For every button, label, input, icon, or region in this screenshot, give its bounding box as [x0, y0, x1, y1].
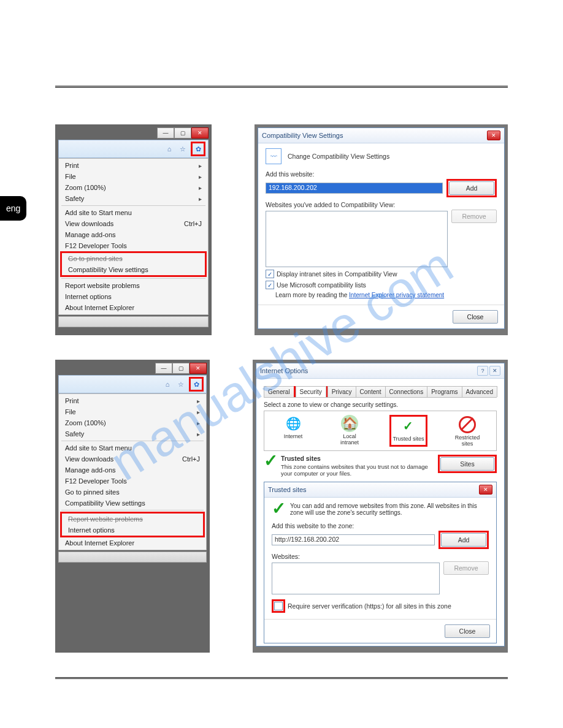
ie-tools-menu-screenshot-1: — ▢ ✕ ⌂ ☆ ✿ Print▸ File▸ Zoom (100%)▸ Sa…	[55, 124, 212, 335]
menu-print[interactable]: Print▸	[59, 395, 206, 406]
zone-local-intranet[interactable]: 🏠 Local intranet	[333, 415, 366, 447]
menu-compat-view-settings[interactable]: Compatibility View settings	[62, 264, 205, 275]
menu-report-problems[interactable]: Report website problems	[62, 514, 203, 525]
sites-button[interactable]: Sites	[440, 457, 494, 471]
window-restore-button[interactable]: ▢	[172, 363, 190, 374]
menu-add-site-start[interactable]: Add site to Start menu	[59, 207, 208, 218]
menu-about-ie[interactable]: About Internet Explorer	[59, 537, 206, 548]
gear-icon[interactable]: ✿	[193, 143, 204, 154]
figure-row-1: — ▢ ✕ ⌂ ☆ ✿ Print▸ File▸ Zoom (100%)▸ Sa…	[55, 124, 508, 335]
remove-button: Remove	[443, 561, 489, 575]
close-button[interactable]: Close	[453, 310, 498, 324]
close-button[interactable]: Close	[445, 624, 490, 638]
menu-file[interactable]: File▸	[59, 406, 206, 417]
add-button[interactable]: Add	[449, 181, 494, 195]
tabs-row: General Security Privacy Content Connect…	[264, 386, 497, 398]
home-icon[interactable]: ⌂	[164, 143, 175, 154]
menu-f12-devtools[interactable]: F12 Developer Tools	[59, 240, 208, 251]
menu-safety[interactable]: Safety▸	[59, 428, 206, 439]
menu-separator	[61, 510, 204, 510]
dialog-help-button[interactable]: ?	[477, 366, 488, 376]
menu-f12-devtools[interactable]: F12 Developer Tools	[59, 476, 206, 487]
highlight-compat-view: Go to pinned sites Compatibility View se…	[60, 251, 207, 277]
menu-internet-options[interactable]: Internet options	[62, 525, 203, 536]
use-ms-lists-label: Use Microsoft compatibility lists	[277, 281, 366, 289]
tab-general[interactable]: General	[264, 386, 294, 397]
chevron-right-icon: ▸	[197, 431, 200, 438]
highlight-add-button: Add	[439, 531, 489, 549]
add-to-zone-input[interactable]: http://192.168.200.202	[272, 534, 435, 545]
compat-list[interactable]	[266, 211, 448, 267]
menu-go-pinned-sites[interactable]: Go to pinned sites	[62, 253, 205, 264]
trusted-sites-dialog: Trusted sites ✕ ✓ You can add and remove…	[264, 482, 497, 643]
menu-about-ie[interactable]: About Internet Explorer	[59, 302, 208, 313]
tools-menu: Print▸ File▸ Zoom (100%)▸ Safety▸ Add si…	[58, 393, 207, 550]
dialog-close-button[interactable]: ✕	[489, 366, 500, 376]
require-https-label: Require server verification (https:) for…	[288, 602, 451, 610]
websites-list[interactable]	[272, 563, 440, 594]
menu-zoom[interactable]: Zoom (100%)▸	[59, 417, 206, 428]
dialog-titlebar: Trusted sites ✕	[264, 482, 496, 498]
zone-internet[interactable]: 🌐 Internet	[277, 415, 310, 447]
ie-toolbar: ⌂ ☆ ✿	[58, 375, 207, 393]
menu-manage-addons[interactable]: Manage add-ons	[59, 464, 206, 476]
checkmark-icon: ✓	[272, 502, 284, 515]
dialog-close-button[interactable]: ✕	[479, 485, 492, 495]
zone-trusted-sites[interactable]: ✓ Trusted sites	[392, 417, 425, 442]
menu-add-site-start[interactable]: Add site to Start menu	[59, 442, 206, 453]
add-website-input[interactable]: 192.168.200.202	[266, 183, 443, 194]
privacy-statement-link[interactable]: Internet Explorer privacy statement	[349, 292, 444, 298]
chevron-right-icon: ▸	[199, 173, 202, 180]
favorites-icon[interactable]: ☆	[175, 379, 186, 390]
menu-separator	[61, 441, 204, 441]
dialog-close-button[interactable]: ✕	[487, 131, 500, 140]
trusted-heading: Trusted sites	[281, 455, 433, 462]
menu-report-problems[interactable]: Report website problems	[59, 280, 208, 291]
require-https-checkbox[interactable]	[274, 602, 283, 610]
home-icon[interactable]: ⌂	[162, 379, 173, 390]
favorites-icon[interactable]: ☆	[177, 143, 188, 154]
use-ms-lists-checkbox[interactable]: ✓	[266, 281, 274, 289]
status-bar	[58, 316, 209, 327]
tab-content[interactable]: Content	[356, 386, 386, 397]
broken-page-icon: 〰	[266, 148, 282, 164]
zone-restricted-sites[interactable]: Restricted sites	[451, 415, 484, 447]
menu-separator	[61, 205, 205, 206]
tab-programs[interactable]: Programs	[427, 386, 462, 397]
window-close-button[interactable]: ✕	[191, 127, 209, 138]
display-intranet-checkbox[interactable]: ✓	[266, 270, 274, 278]
window-minimize-button[interactable]: —	[155, 363, 172, 374]
menu-compat-view-settings[interactable]: Compatibility View settings	[59, 498, 206, 509]
menu-file[interactable]: File▸	[59, 171, 208, 182]
window-restore-button[interactable]: ▢	[174, 127, 191, 138]
tab-advanced[interactable]: Advanced	[462, 386, 497, 397]
menu-internet-options[interactable]: Internet options	[59, 291, 208, 302]
learn-more-prefix: Learn more by reading the	[275, 292, 349, 298]
ie-tools-menu-screenshot-2: — ▢ ✕ ⌂ ☆ ✿ Print▸ File▸ Zoom (100%)▸ Sa…	[55, 360, 210, 653]
bottom-horizontal-rule	[55, 677, 508, 679]
menu-separator	[61, 278, 205, 279]
menu-view-downloads[interactable]: View downloadsCtrl+J	[59, 218, 208, 229]
remove-button: Remove	[451, 210, 497, 223]
menu-safety[interactable]: Safety▸	[59, 193, 208, 204]
add-button[interactable]: Add	[441, 533, 486, 547]
tab-security[interactable]: Security	[296, 386, 326, 397]
add-to-zone-label: Add this website to the zone:	[272, 522, 489, 529]
compat-list-label: Websites you've added to Compatibility V…	[266, 201, 497, 208]
menu-view-downloads[interactable]: View downloadsCtrl+J	[59, 453, 206, 464]
menu-go-pinned-sites[interactable]: Go to pinned sites	[59, 487, 206, 498]
dialog-title-text: Internet Options	[260, 367, 308, 374]
internet-options-dialog: Internet Options ? ✕ General Security Pr…	[256, 363, 505, 646]
checkmark-icon: ✓	[264, 455, 276, 467]
menu-manage-addons[interactable]: Manage add-ons	[59, 229, 208, 240]
gear-icon[interactable]: ✿	[191, 379, 202, 390]
tab-privacy[interactable]: Privacy	[327, 386, 356, 397]
language-tab: eng	[0, 196, 26, 221]
dialog-titlebar: Internet Options ? ✕	[256, 363, 504, 379]
highlight-gear-icon: ✿	[189, 377, 204, 392]
window-minimize-button[interactable]: —	[157, 127, 174, 138]
menu-zoom[interactable]: Zoom (100%)▸	[59, 182, 208, 193]
window-close-button[interactable]: ✕	[190, 363, 207, 374]
menu-print[interactable]: Print▸	[59, 160, 208, 171]
tab-connections[interactable]: Connections	[385, 386, 428, 397]
